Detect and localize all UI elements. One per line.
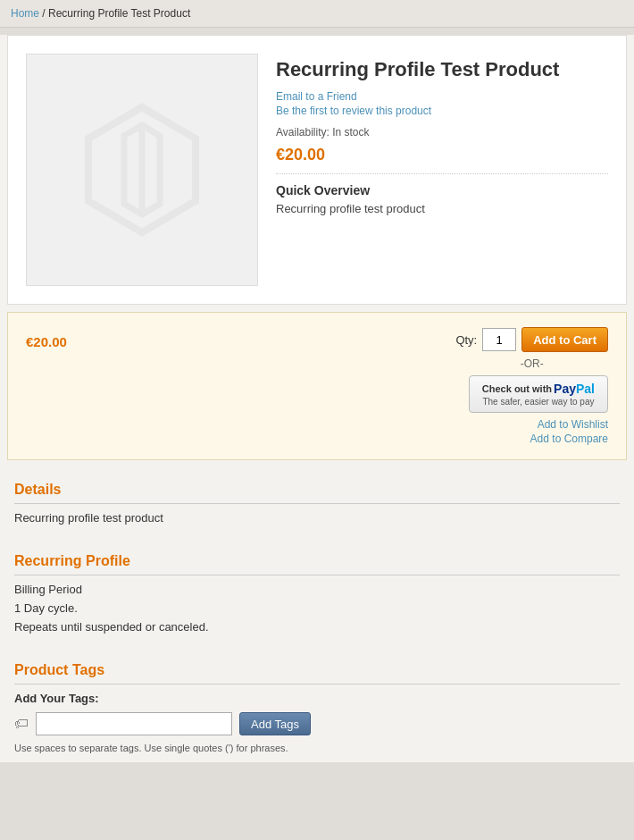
add-to-cart-button[interactable]: Add to Cart: [521, 327, 608, 352]
paypal-logo: PayPal: [554, 382, 595, 396]
breadcrumb-home-link[interactable]: Home: [11, 7, 39, 20]
quick-overview-text: Recurring profile test product: [276, 202, 608, 215]
availability-label: Availability:: [276, 126, 330, 139]
product-tags-section: Product Tags Add Your Tags: 🏷 Add Tags U…: [7, 648, 627, 762]
availability: Availability: In stock: [276, 126, 608, 139]
add-tags-label: Add Your Tags:: [14, 692, 620, 705]
cart-section: €20.00 Qty: Add to Cart -OR- Check out w…: [7, 312, 627, 460]
content-sections: Details Recurring profile test product R…: [7, 467, 627, 762]
qty-input[interactable]: [482, 328, 516, 351]
availability-status: In stock: [332, 126, 369, 139]
or-label: -OR-: [455, 357, 608, 370]
paypal-checkout-button[interactable]: Check out with PayPal The safer, easier …: [469, 375, 608, 413]
wishlist-compare-links: Add to Wishlist Add to Compare: [530, 418, 608, 445]
tag-icon: 🏷: [14, 716, 29, 732]
quick-overview-title: Quick Overview: [276, 183, 608, 197]
product-price: €20.00: [276, 146, 608, 164]
breadcrumb: Home / Recurring Profile Test Product: [0, 0, 634, 28]
tags-row: 🏷 Add Tags: [14, 712, 620, 735]
product-title: Recurring Profile Test Product: [276, 58, 608, 81]
details-text: Recurring profile test product: [14, 511, 620, 525]
magento-logo-icon: [71, 98, 213, 241]
price-divider: [276, 173, 608, 174]
review-link[interactable]: Be the first to review this product: [276, 105, 608, 117]
qty-row: Qty: Add to Cart: [455, 327, 608, 352]
cycle-line: 1 Day cycle.: [14, 601, 620, 615]
tags-hint: Use spaces to separate tags. Use single …: [14, 743, 620, 753]
paypal-tagline: The safer, easier way to pay: [482, 397, 594, 407]
add-to-compare-link[interactable]: Add to Compare: [530, 433, 608, 445]
recurring-profile-section: Recurring Profile Billing Period 1 Day c…: [7, 539, 627, 648]
add-tags-button[interactable]: Add Tags: [239, 712, 311, 735]
details-section: Details Recurring profile test product: [7, 467, 627, 539]
add-to-wishlist-link[interactable]: Add to Wishlist: [538, 418, 608, 431]
billing-period-line: Billing Period: [14, 583, 620, 596]
product-tags-title: Product Tags: [14, 662, 620, 685]
repeats-line: Repeats until suspended or canceled.: [14, 620, 620, 634]
details-title: Details: [14, 482, 620, 504]
product-section: Recurring Profile Test Product Email to …: [7, 35, 627, 305]
paypal-checkout-text: Check out with: [482, 383, 552, 394]
breadcrumb-current: Recurring Profile Test Product: [48, 7, 190, 20]
product-info: Recurring Profile Test Product Email to …: [276, 54, 608, 286]
recurring-profile-title: Recurring Profile: [14, 553, 620, 575]
email-friend-link[interactable]: Email to a Friend: [276, 90, 608, 103]
product-links: Email to a Friend Be the first to review…: [276, 90, 608, 117]
qty-label: Qty:: [455, 333, 477, 347]
tags-input[interactable]: [36, 712, 232, 735]
cart-price: €20.00: [26, 327, 67, 349]
product-image: [26, 54, 258, 286]
cart-controls: Qty: Add to Cart -OR- Check out with Pay…: [455, 327, 608, 445]
